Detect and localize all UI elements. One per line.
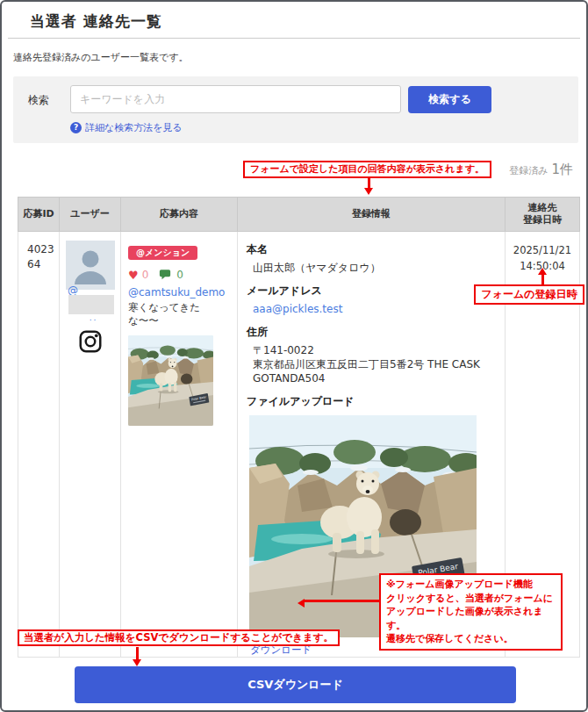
user-handle-trail: .. <box>68 314 119 321</box>
post-text: 寒くなってきたな〜〜 <box>128 301 230 327</box>
user-handle-redaction <box>68 295 114 314</box>
annotation-csv-download: 当選者が入力した情報をCSVでダウンロードすることができます。 <box>18 629 340 646</box>
page-subtitle: 連絡先登録済みのユーザー一覧表です。 <box>13 51 189 64</box>
user-handle: @ .. <box>61 286 119 321</box>
name-value: 山田太郎（ヤマダタロウ） <box>253 261 496 275</box>
name-label: 本名 <box>247 242 496 257</box>
col-header-entry: 応募内容 <box>121 198 238 232</box>
col-header-registration: 登録情報 <box>238 198 506 232</box>
cell-application-id: 402364 <box>18 232 60 658</box>
heart-icon: ♥ <box>128 270 139 281</box>
cell-entry: @メンション ♥ 0 0 @camtsuku_demo 寒くなってきたな〜〜 <box>121 232 238 658</box>
page-title: 当選者 連絡先一覧 <box>30 11 162 32</box>
search-help-label: 詳細な検索方法を見る <box>85 121 183 134</box>
mention-badge: @メンション <box>128 246 197 260</box>
registered-date: 2025/11/21 <box>506 242 578 258</box>
address-label: 住所 <box>247 325 496 340</box>
search-help-link[interactable]: ? 詳細な検索方法を見る <box>70 121 183 134</box>
email-link[interactable]: aaa@pickles.test <box>253 302 496 316</box>
csv-download-button[interactable]: CSVダウンロード <box>75 666 516 703</box>
application-id-value: 402364 <box>27 242 57 272</box>
annotation-form-answers: フォームで設定した項目の回答内容が表示されます。 <box>243 161 491 178</box>
like-count: 0 <box>142 269 149 281</box>
question-circle-icon: ? <box>70 122 82 133</box>
search-panel: 検索 検索する ? 詳細な検索方法を見る <box>13 76 578 143</box>
search-button[interactable]: 検索する <box>408 86 491 113</box>
search-input[interactable] <box>70 85 401 113</box>
file-upload-label: ファイルアップロード <box>247 394 496 409</box>
search-label: 検索 <box>28 93 49 108</box>
address-value: 東京都品川区東五反田二丁目5番2号 THE CASK GOTANDA504 <box>253 357 496 385</box>
annotation-image-upload: ※フォーム画像アップロード機能 クリックすると、当選者がフォームに アップロード… <box>379 573 563 651</box>
table-header-row: 応募ID ユーザー 応募内容 登録情報 連絡先 登録日時 <box>18 198 580 232</box>
address-zip: 〒141-0022 <box>253 343 496 357</box>
post-account-link[interactable]: @camtsuku_demo <box>128 286 230 298</box>
instagram-icon[interactable] <box>77 328 104 358</box>
winner-contact-page: { "page": { "title": "当選者 連絡先一覧", "subti… <box>0 0 588 712</box>
comment-count: 0 <box>176 269 183 281</box>
col-header-contact-datetime: 連絡先 登録日時 <box>506 198 580 232</box>
col-header-user: ユーザー <box>60 198 121 232</box>
annotation-form-datetime: フォームの登録日時 <box>474 284 584 305</box>
post-reactions: ♥ 0 0 <box>128 269 230 281</box>
col-header-application-id: 応募ID <box>18 198 60 232</box>
header-divider <box>8 38 580 39</box>
registered-count-value: 1件 <box>551 162 573 177</box>
avatar <box>66 241 115 290</box>
comment-icon <box>159 269 171 281</box>
post-photo <box>128 335 213 426</box>
registered-count: 登録済み1件 <box>509 162 573 178</box>
cell-user: @ .. <box>60 232 121 658</box>
registered-count-label: 登録済み <box>509 165 548 176</box>
email-label: メールアドレス <box>247 284 496 298</box>
